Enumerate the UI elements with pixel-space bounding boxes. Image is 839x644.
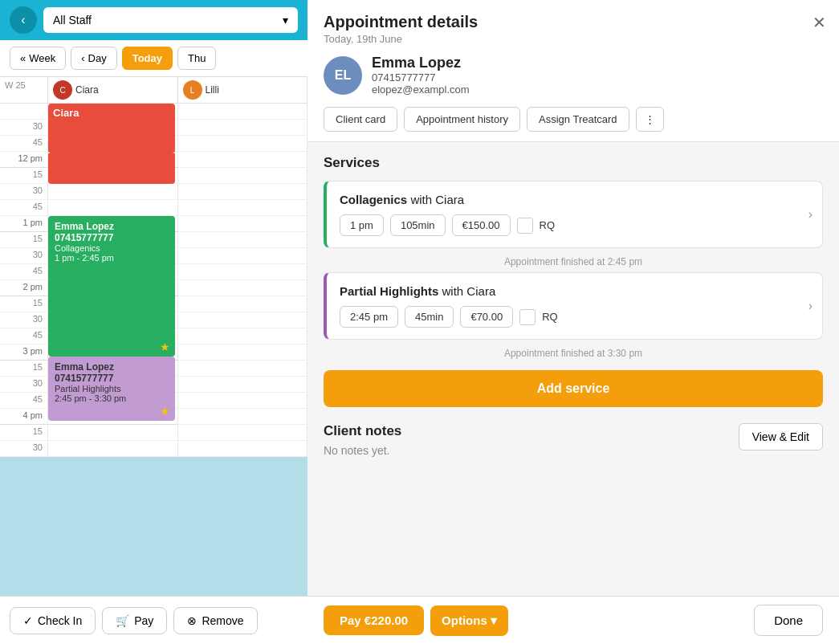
done-label: Done [774, 613, 803, 627]
appointment-date: Today, 19th June [324, 33, 823, 45]
back-button[interactable]: ‹ [10, 6, 37, 34]
pay-button-left[interactable]: 🛒 Pay [102, 607, 167, 634]
time-cell [178, 296, 308, 312]
remove-icon: ⊗ [187, 614, 197, 627]
ciara-avatar: C [53, 80, 72, 100]
today-button[interactable]: Today [122, 47, 173, 70]
week-button[interactable]: « Week [10, 47, 66, 70]
service-name-partial: Partial Highlights with Ciara [340, 284, 809, 298]
ciara-name: Ciara [75, 84, 99, 96]
time-cell [178, 441, 308, 457]
cart-icon: 🛒 [116, 614, 129, 627]
time-label: 2 pm [0, 280, 48, 296]
top-bar: ‹ All Staff ▾ [0, 0, 307, 40]
lilli-name: Lilli [206, 84, 219, 96]
time-cell [48, 200, 178, 216]
emma-collagenics-appt[interactable]: Emma Lopez 07415777777 Collagenics 1 pm … [48, 216, 175, 357]
more-icon: ⋮ [645, 113, 655, 125]
time-cell [178, 104, 308, 120]
today-label: Today [132, 52, 162, 64]
time-row: 30 [0, 441, 307, 457]
client-email: elopez@exampl.com [372, 84, 470, 96]
time-cell [178, 425, 308, 441]
options-button[interactable]: Options ▾ [430, 605, 508, 636]
right-content[interactable]: Services Collagenics with Ciara 1 pm 105… [307, 142, 839, 596]
service-card-collagenics[interactable]: Collagenics with Ciara 1 pm 105min €150.… [324, 181, 823, 248]
week-header: W 25 C Ciara L Lilli [0, 77, 307, 104]
week-label: Week [29, 52, 55, 64]
time-label: 15 [0, 425, 48, 441]
left-panel: ‹ All Staff ▾ « Week ‹ Day Today Thu W [0, 0, 307, 644]
checkin-label: Check In [38, 614, 82, 627]
thu-button[interactable]: Thu [177, 47, 216, 70]
time-cell [178, 409, 308, 425]
time-label: 30 [0, 248, 48, 264]
ciara-appointment-cont[interactable] [48, 153, 175, 184]
client-info: Emma Lopez 07415777777 elopez@exampl.com [372, 55, 470, 96]
service-checkbox-2[interactable] [519, 309, 536, 325]
time-cell [178, 136, 308, 152]
staff-dropdown-label: All Staff [53, 14, 92, 26]
more-options-button[interactable]: ⋮ [636, 107, 664, 132]
time-label: 4 pm [0, 409, 48, 425]
time-label: 3 pm [0, 344, 48, 361]
client-notes-section: Client notes No notes yet. View & Edit [324, 423, 823, 457]
star-icon-2: ★ [160, 405, 170, 418]
close-button[interactable]: ✕ [813, 13, 826, 32]
time-label: 30 [0, 377, 48, 393]
staff-col-ciara: C Ciara [48, 77, 178, 103]
service-tags-2: 2:45 pm 45min €70.00 RQ [340, 306, 809, 328]
time-cell [48, 184, 178, 200]
view-edit-button[interactable]: View & Edit [739, 423, 823, 450]
time-label: 1 pm [0, 216, 48, 232]
service-tags: 1 pm 105min €150.00 RQ [340, 214, 809, 236]
time-label: 45 [0, 136, 48, 152]
client-card-button[interactable]: Client card [324, 107, 397, 132]
client-notes-content: Client notes No notes yet. [324, 423, 401, 457]
pay-label: Pay [134, 614, 153, 627]
client-name: Emma Lopez [372, 55, 470, 71]
appointment-title: Appointment details [324, 13, 823, 31]
time-label [0, 104, 48, 120]
client-phone: 07415777777 [372, 71, 470, 84]
time-cell [178, 328, 308, 344]
checkin-button[interactable]: ✓ Check In [10, 607, 96, 634]
lilli-avatar: L [183, 80, 202, 100]
staff-dropdown[interactable]: All Staff ▾ [43, 7, 298, 33]
chevron-down-icon: ▾ [283, 14, 288, 26]
right-panel: ✕ Appointment details Today, 19th June E… [307, 0, 839, 644]
client-notes-title: Client notes [324, 423, 401, 439]
calendar-container: W 25 C Ciara L Lilli [0, 77, 307, 596]
service-rq: RQ [540, 219, 556, 231]
remove-button[interactable]: ⊗ Remove [173, 607, 257, 634]
ciara-appointment[interactable]: Ciara [48, 104, 175, 153]
left-arrow-icon: ‹ [81, 52, 84, 64]
client-card-label: Client card [336, 113, 385, 125]
emma-appt-time: 1 pm - 2:45 pm [55, 253, 169, 263]
service-duration-tag: 105min [390, 214, 446, 236]
remove-label: Remove [202, 614, 243, 627]
service-card-partial-highlights[interactable]: Partial Highlights with Ciara 2:45 pm 45… [324, 272, 823, 340]
right-bottom-bar: Pay €220.00 Options ▾ Done [307, 596, 839, 644]
assign-treatcard-button[interactable]: Assign Treatcard [527, 107, 629, 132]
add-service-button[interactable]: Add service [324, 370, 823, 407]
time-cell [178, 200, 308, 216]
star-icon: ★ [160, 340, 170, 353]
action-buttons: Client card Appointment history Assign T… [324, 107, 823, 132]
calendar-scroll[interactable]: 30 45 12 pm 15 [0, 104, 307, 457]
nav-bar: « Week ‹ Day Today Thu [0, 40, 307, 77]
staff-col-lilli: L Lilli [178, 77, 308, 103]
emma-purple-time: 2:45 pm - 3:30 pm [55, 393, 169, 403]
time-label: 45 [0, 393, 48, 409]
emma-purple-name: Emma Lopez 07415777777 [55, 361, 169, 384]
emma-partial-highlights-appt[interactable]: Emma Lopez 07415777777 Partial Highlight… [48, 357, 175, 421]
pay-amount-button[interactable]: Pay €220.00 [324, 605, 424, 635]
time-label: 30 [0, 120, 48, 136]
day-button[interactable]: ‹ Day [71, 47, 116, 70]
services-title: Services [324, 155, 823, 171]
time-label: 15 [0, 361, 48, 377]
appointment-history-button[interactable]: Appointment history [404, 107, 520, 132]
done-button[interactable]: Done [754, 605, 823, 636]
time-cell [178, 393, 308, 409]
service-checkbox[interactable] [517, 218, 533, 234]
